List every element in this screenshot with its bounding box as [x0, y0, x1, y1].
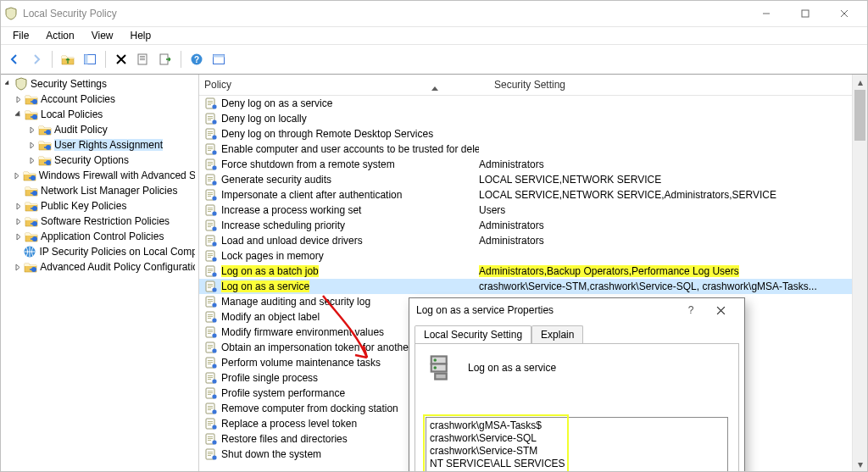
back-button[interactable] — [4, 49, 25, 69]
principal-item[interactable]: NT SERVICE\ALL SERVICES — [430, 458, 724, 470]
svg-rect-15 — [85, 55, 88, 64]
properties-button[interactable] — [133, 49, 153, 69]
close-button[interactable] — [825, 1, 864, 26]
dialog-close-button[interactable] — [704, 306, 737, 315]
nav-tree[interactable]: Security Settings Account PoliciesLocal … — [1, 75, 199, 471]
expander-icon[interactable] — [13, 108, 25, 120]
folder-icon — [25, 199, 38, 213]
tree-item[interactable]: Account Policies — [1, 92, 198, 107]
policy-row[interactable]: Impersonate a client after authenticatio… — [199, 187, 867, 203]
col-setting[interactable]: Security Setting — [489, 79, 867, 91]
policy-icon — [204, 341, 218, 354]
principals-listbox[interactable]: crashwork\gMSA-Tasks$crashwork\Service-S… — [426, 417, 728, 472]
policy-name: Log on as a batch job — [221, 265, 479, 277]
folder-icon — [38, 138, 52, 152]
policy-row[interactable]: Log on as a batch jobAdministrators,Back… — [199, 264, 867, 279]
maximize-button[interactable] — [786, 1, 825, 26]
expander-icon[interactable] — [26, 139, 38, 151]
expander-icon[interactable] — [13, 185, 25, 197]
tree-root[interactable]: Security Settings — [1, 76, 198, 92]
forward-button[interactable] — [26, 49, 47, 69]
tab-explain[interactable]: Explain — [531, 325, 583, 343]
principal-item[interactable]: crashwork\Service-STM — [430, 445, 724, 458]
scroll-thumb[interactable] — [854, 90, 865, 141]
expander-icon[interactable] — [13, 215, 25, 227]
tree-label: Security Options — [54, 154, 129, 166]
policy-row[interactable]: Deny log on through Remote Desktop Servi… — [199, 126, 867, 142]
policy-name: Deny log on through Remote Desktop Servi… — [221, 128, 479, 140]
policy-icon — [204, 280, 218, 293]
policy-setting: Users — [479, 204, 867, 216]
policy-icon — [204, 295, 218, 308]
expander-icon[interactable] — [3, 78, 14, 90]
expander-icon[interactable] — [13, 246, 23, 258]
expander-icon[interactable] — [26, 154, 38, 166]
policy-icon — [204, 97, 218, 110]
tree-item[interactable]: Network List Manager Policies — [1, 183, 198, 198]
tree-item[interactable]: Security Options — [1, 153, 198, 168]
tab-local-security-setting[interactable]: Local Security Setting — [415, 325, 531, 343]
menu-help[interactable]: Help — [124, 28, 159, 43]
expander-icon[interactable] — [13, 200, 25, 212]
policy-icon — [204, 219, 218, 232]
policy-row[interactable]: Deny log on as a service — [199, 96, 867, 111]
tree-item[interactable]: IP Security Policies on Local Computer — [1, 244, 198, 259]
dialog-heading: Log on as a service — [468, 362, 556, 374]
scroll-up-icon[interactable]: ▴ — [853, 75, 867, 89]
tree-item[interactable]: User Rights Assignment — [1, 137, 198, 153]
policy-setting: Administrators — [479, 158, 867, 170]
policy-row[interactable]: Force shutdown from a remote systemAdmin… — [199, 157, 867, 172]
tree-item[interactable]: Public Key Policies — [1, 198, 198, 214]
expander-icon[interactable] — [13, 169, 23, 181]
minimize-button[interactable] — [747, 1, 786, 26]
scroll-down-icon[interactable]: ▾ — [853, 457, 867, 471]
policy-name: Lock pages in memory — [221, 250, 479, 262]
help-button[interactable]: ? — [186, 49, 207, 69]
policy-row[interactable]: Deny log on locally — [199, 111, 867, 126]
delete-button[interactable] — [111, 49, 131, 69]
tree-item[interactable]: Software Restriction Policies — [1, 214, 198, 229]
principal-item[interactable]: crashwork\gMSA-Tasks$ — [430, 419, 724, 432]
folder-icon — [25, 230, 38, 243]
tree-label: Windows Firewall with Advanced Security — [39, 169, 195, 181]
folder-icon — [25, 108, 38, 121]
expander-icon[interactable] — [13, 261, 24, 273]
show-hide-tree-button[interactable] — [80, 49, 100, 69]
policy-row[interactable]: Log on as a servicecrashwork\Service-STM… — [199, 279, 867, 294]
export-button[interactable] — [155, 49, 175, 69]
folder-icon — [25, 184, 38, 197]
policy-icon — [204, 249, 218, 263]
policy-row[interactable]: Enable computer and user accounts to be … — [199, 142, 867, 157]
expander-icon[interactable] — [13, 230, 25, 242]
expander-icon[interactable] — [13, 93, 25, 105]
policy-name: Increase scheduling priority — [221, 219, 479, 231]
col-policy[interactable]: Policy — [199, 79, 489, 91]
policy-row[interactable]: Generate security auditsLOCAL SERVICE,NE… — [199, 172, 867, 187]
refresh-button[interactable] — [209, 49, 229, 69]
principal-item[interactable]: crashwork\Service-SQL — [430, 432, 724, 445]
policy-row[interactable]: Load and unload device driversAdministra… — [199, 233, 867, 248]
tree-item[interactable]: Local Policies — [1, 107, 198, 122]
tree-label: IP Security Policies on Local Computer — [39, 246, 195, 258]
policy-icon — [204, 142, 218, 156]
tree-item[interactable]: Audit Policy — [1, 122, 198, 137]
menu-file[interactable]: File — [6, 28, 36, 43]
folder-icon — [23, 169, 36, 182]
tree-item[interactable]: Application Control Policies — [1, 229, 198, 244]
policy-name: Increase a process working set — [221, 204, 479, 216]
menu-action[interactable]: Action — [39, 28, 81, 43]
tree-label: User Rights Assignment — [54, 139, 163, 151]
tree-item[interactable]: Advanced Audit Policy Configuration — [1, 259, 198, 275]
policy-row[interactable]: Increase a process working setUsers — [199, 203, 867, 218]
tree-label: Audit Policy — [54, 124, 108, 136]
policy-row[interactable]: Increase scheduling priorityAdministrato… — [199, 218, 867, 233]
up-button[interactable] — [58, 49, 78, 69]
svg-rect-19 — [140, 59, 145, 60]
dialog-help-button[interactable]: ? — [678, 304, 704, 316]
expander-icon[interactable] — [26, 124, 38, 136]
menu-view[interactable]: View — [85, 28, 120, 43]
policy-row[interactable]: Lock pages in memory — [199, 248, 867, 264]
toolbar-separator — [181, 51, 181, 68]
vertical-scrollbar[interactable]: ▴ ▾ — [852, 75, 867, 471]
tree-item[interactable]: Windows Firewall with Advanced Security — [1, 168, 198, 183]
